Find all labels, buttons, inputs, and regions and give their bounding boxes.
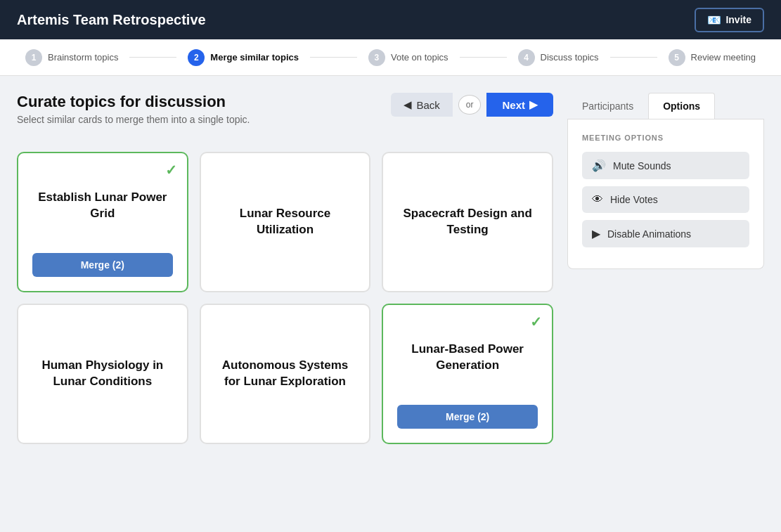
step-3[interactable]: 3 Vote on topics: [357, 49, 460, 66]
card-spacecraft-design[interactable]: Spacecraft Design and Testing: [382, 152, 553, 292]
back-chevron-icon: ◀: [404, 98, 412, 111]
card-1-title: Establish Lunar Power Grid: [32, 167, 173, 245]
card-6-title: Lunar-Based Power Generation: [397, 319, 538, 396]
card-1-check-icon: ✓: [165, 162, 177, 179]
step-4-label: Discuss topics: [541, 52, 599, 63]
tab-participants[interactable]: Participants: [567, 93, 648, 119]
invite-icon: 📧: [707, 13, 721, 27]
step-divider-3: [460, 57, 507, 58]
step-4[interactable]: 4 Discuss topics: [507, 49, 610, 66]
step-2-label: Merge similar topics: [210, 52, 299, 63]
hide-votes-icon: 👁: [592, 193, 603, 206]
step-5-label: Review meeting: [691, 52, 756, 63]
card-5-title: Autonomous Systems for Lunar Exploration: [215, 319, 356, 429]
nav-actions: ◀ Back or Next ▶: [391, 93, 553, 117]
tab-options[interactable]: Options: [648, 93, 715, 119]
disable-animations-button[interactable]: ▶ Disable Animations: [582, 220, 749, 247]
main-content: Curate topics for discussion Select simi…: [0, 76, 781, 461]
mute-sounds-button[interactable]: 🔊 Mute Sounds: [582, 152, 749, 179]
card-1-merge-button[interactable]: Merge (2): [32, 253, 173, 277]
step-1-number: 1: [25, 49, 42, 66]
sidebar-tabs: Participants Options: [567, 93, 764, 119]
disable-animations-icon: ▶: [592, 227, 600, 240]
hide-votes-button[interactable]: 👁 Hide Votes: [582, 186, 749, 213]
card-4-title: Human Physiology in Lunar Conditions: [32, 319, 173, 429]
card-lunar-power-gen[interactable]: ✓ Lunar-Based Power Generation Merge (2): [382, 304, 553, 444]
card-3-title: Spacecraft Design and Testing: [397, 167, 538, 277]
step-2-number: 2: [188, 49, 205, 66]
card-autonomous-systems[interactable]: Autonomous Systems for Lunar Exploration: [200, 304, 371, 444]
step-5-number: 5: [669, 49, 685, 66]
step-1[interactable]: 1 Brainstorm topics: [14, 49, 129, 66]
card-establish-lunar[interactable]: ✓ Establish Lunar Power Grid Merge (2): [17, 152, 188, 292]
back-button[interactable]: ◀ Back: [391, 93, 452, 117]
next-chevron-icon: ▶: [529, 98, 538, 111]
card-2-title: Lunar Resource Utilization: [215, 167, 356, 277]
or-badge: or: [458, 95, 482, 115]
step-4-number: 4: [518, 49, 535, 66]
step-5[interactable]: 5 Review meeting: [657, 49, 768, 66]
content-area: Curate topics for discussion Select simi…: [17, 93, 553, 444]
mute-sounds-icon: 🔊: [592, 159, 606, 172]
card-human-physiology[interactable]: Human Physiology in Lunar Conditions: [17, 304, 188, 444]
step-2[interactable]: 2 Merge similar topics: [176, 49, 310, 66]
cards-grid: ✓ Establish Lunar Power Grid Merge (2) L…: [17, 152, 553, 444]
step-divider-1: [129, 57, 176, 58]
page-subtitle: Select similar cards to merge them into …: [17, 114, 250, 125]
app-header: Artemis Team Retrospective 📧 Invite: [0, 0, 781, 39]
step-1-label: Brainstorm topics: [48, 52, 118, 63]
invite-button[interactable]: 📧 Invite: [695, 8, 764, 32]
page-heading: Curate topics for discussion Select simi…: [17, 93, 250, 139]
options-section-title: MEETING OPTIONS: [582, 134, 749, 142]
steps-bar: 1 Brainstorm topics 2 Merge similar topi…: [0, 39, 781, 76]
card-6-merge-button[interactable]: Merge (2): [397, 405, 538, 429]
card-6-check-icon: ✓: [530, 313, 542, 330]
sidebar: Participants Options MEETING OPTIONS 🔊 M…: [567, 93, 764, 444]
next-button[interactable]: Next ▶: [486, 93, 553, 117]
app-title: Artemis Team Retrospective: [17, 12, 206, 28]
step-3-number: 3: [368, 49, 385, 66]
step-divider-4: [610, 57, 657, 58]
step-3-label: Vote on topics: [391, 52, 448, 63]
card-lunar-resource[interactable]: Lunar Resource Utilization: [200, 152, 371, 292]
step-divider-2: [310, 57, 357, 58]
page-title: Curate topics for discussion: [17, 93, 250, 111]
options-panel: MEETING OPTIONS 🔊 Mute Sounds 👁 Hide Vot…: [567, 119, 764, 269]
